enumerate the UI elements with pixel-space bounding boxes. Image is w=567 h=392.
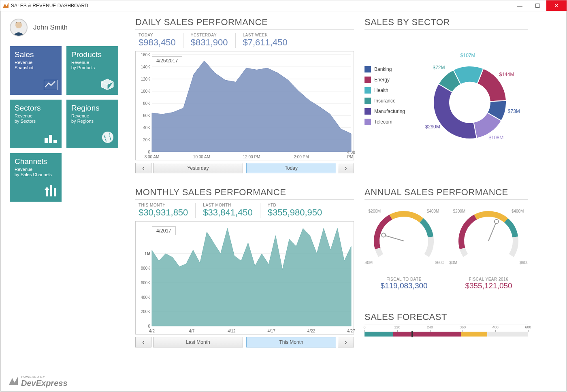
monthly-nav-prev[interactable]: ‹ <box>135 337 151 347</box>
svg-point-0 <box>15 22 22 28</box>
svg-text:$600M: $600M <box>520 260 528 265</box>
legend-swatch <box>364 108 371 115</box>
annual-header: ANNUAL SALES PERFORMANCE <box>364 187 528 200</box>
svg-line-41 <box>488 222 497 241</box>
sector-legend: BankingEnergyHealthInsuranceManufacturin… <box>364 66 405 156</box>
box-icon <box>100 78 114 92</box>
svg-point-5 <box>102 132 113 143</box>
tile-title: Channels <box>15 157 57 166</box>
tile-subtitle: Revenueby Regions <box>71 113 113 124</box>
svg-text:$107M: $107M <box>460 53 475 58</box>
tile-subtitle: Revenueby Products <box>71 60 113 70</box>
user-row: John Smith <box>10 19 123 36</box>
legend-label: Insurance <box>374 98 396 104</box>
legend-label: Banking <box>374 66 392 72</box>
monthly-nav-next[interactable]: › <box>338 337 354 347</box>
svg-rect-6 <box>50 185 52 196</box>
tile-title: Regions <box>71 104 113 113</box>
svg-point-42 <box>495 219 499 224</box>
svg-rect-7 <box>54 188 56 196</box>
app-logo-icon <box>3 3 9 9</box>
svg-text:$400M: $400M <box>512 209 524 213</box>
annual-right-value: $355,121,050 <box>449 281 528 290</box>
window-close-button[interactable]: ✕ <box>546 0 567 11</box>
monthly-datebox: 4/2017 <box>152 226 176 235</box>
legend-swatch <box>364 66 371 72</box>
user-name: John Smith <box>33 23 68 32</box>
tile-regions[interactable]: RegionsRevenueby Regions <box>66 100 118 148</box>
legend-swatch <box>364 119 371 125</box>
kpi-label: YTD <box>268 203 322 207</box>
window-title: SALES & REVENUE DASHBOARD <box>11 3 511 9</box>
window-minimize-button[interactable]: — <box>511 1 529 11</box>
annual-right-caption: FISCAL YEAR 2016 <box>449 277 528 281</box>
tile-products[interactable]: ProductsRevenueby Products <box>66 46 118 95</box>
gauge-fiscal-year-2016: $0M$200M$400M$600M <box>449 204 528 270</box>
kpi-label: TODAY <box>139 33 176 37</box>
annual-left-value: $119,083,300 <box>364 281 443 290</box>
forecast-header: SALES FORECAST <box>364 312 528 324</box>
svg-text:$72M: $72M <box>433 65 445 70</box>
legend-swatch <box>364 98 371 104</box>
svg-text:$108M: $108M <box>489 135 504 141</box>
svg-rect-2 <box>45 138 48 143</box>
sector-header: SALES BY SECTOR <box>364 17 528 30</box>
tile-channels[interactable]: ChannelsRevenueby Sales Channels <box>10 153 62 202</box>
daily-chart: 4/25/2017 020K40K60K80K100K120K140K160K8… <box>135 51 354 160</box>
legend-label: Health <box>374 87 388 93</box>
window-maximize-button[interactable]: ☐ <box>529 1 546 11</box>
globe-icon <box>101 131 114 145</box>
legend-label: Manufacturing <box>374 109 405 114</box>
tile-sales[interactable]: SalesRevenueSnapshot <box>10 46 62 95</box>
svg-text:$73M: $73M <box>508 109 520 114</box>
window-titlebar: SALES & REVENUE DASHBOARD — ☐ ✕ <box>0 0 567 11</box>
svg-text:$600M: $600M <box>435 260 443 265</box>
kpi-value: $831,900 <box>191 37 228 48</box>
svg-rect-3 <box>49 135 52 143</box>
arrows-icon <box>44 184 58 198</box>
tile-subtitle: Revenueby Sales Channels <box>15 167 57 177</box>
monthly-header: MONTHLY SALES PERFORMANCE <box>135 187 354 200</box>
person-icon <box>11 19 27 36</box>
monthly-chart: 4/2017 0200K400K600K800K1M1M1M4/24/74/12… <box>135 221 354 334</box>
annual-left-caption: FISCAL TO DATE <box>364 277 443 281</box>
kpi-value: $983,450 <box>139 37 176 48</box>
daily-nav-next[interactable]: › <box>338 163 354 173</box>
bars-icon <box>44 132 58 145</box>
kpi-label: THIS MONTH <box>139 203 188 207</box>
kpi-label: YESTERDAY <box>191 33 228 37</box>
kpi-label: LAST WEEK <box>243 33 288 37</box>
tile-title: Sectors <box>15 104 57 113</box>
monthly-nav-lastmonth[interactable]: Last Month <box>153 337 243 347</box>
daily-nav-today[interactable]: Today <box>246 163 336 173</box>
svg-text:$200M: $200M <box>369 209 381 213</box>
kpi-value: $7,611,450 <box>243 37 288 48</box>
chart-line-icon <box>44 80 58 92</box>
daily-nav-yesterday[interactable]: Yesterday <box>153 163 243 173</box>
tile-subtitle: RevenueSnapshot <box>15 60 57 70</box>
svg-point-36 <box>382 233 386 237</box>
tile-sectors[interactable]: SectorsRevenueby Sectors <box>10 100 62 148</box>
gauge-fiscal-to-date: $0M$200M$400M$600M <box>364 204 443 270</box>
monthly-nav-thismonth[interactable]: This Month <box>246 337 336 347</box>
daily-nav-prev[interactable]: ‹ <box>135 163 151 173</box>
tile-title: Sales <box>15 50 57 59</box>
legend-swatch <box>364 87 371 94</box>
sector-donut: $144M$73M$108M$290M$72M$107M <box>405 50 528 156</box>
svg-text:$144M: $144M <box>499 72 514 77</box>
kpi-label: LAST MONTH <box>203 203 252 207</box>
tile-subtitle: Revenueby Sectors <box>15 113 57 124</box>
footer-brand: POWERED BY DevExpress <box>9 375 68 388</box>
daily-header: DAILY SALES PERFORMANCE <box>135 17 354 30</box>
legend-label: Energy <box>374 77 390 83</box>
legend-swatch <box>364 77 371 83</box>
svg-text:$0M: $0M <box>450 260 457 265</box>
kpi-value: $33,841,450 <box>203 207 252 218</box>
legend-label: Telecom <box>374 119 392 125</box>
svg-text:$0M: $0M <box>365 260 373 265</box>
svg-text:$290M: $290M <box>425 124 440 130</box>
svg-rect-4 <box>53 140 57 143</box>
kpi-value: $30,931,850 <box>139 207 188 218</box>
svg-text:$200M: $200M <box>453 209 466 213</box>
avatar[interactable] <box>10 19 28 36</box>
